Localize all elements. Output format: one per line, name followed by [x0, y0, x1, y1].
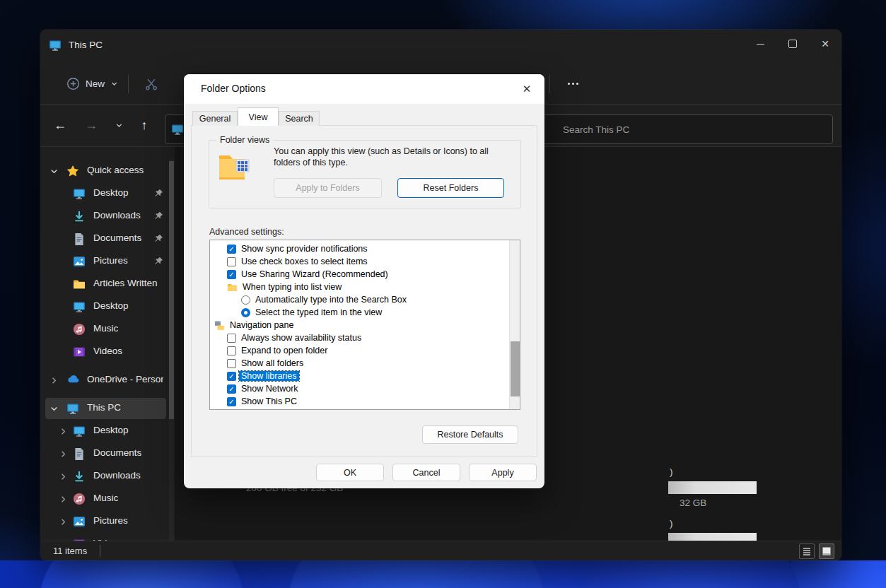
folder-options-dialog: Folder Options ✕ General View Search Fol… [184, 74, 544, 488]
setting-group-when-typing-into-list-view[interactable]: When typing into list view [210, 281, 509, 293]
thumbnail-view-button[interactable] [819, 543, 834, 559]
chevron-right-icon[interactable] [59, 449, 69, 459]
setting-group-navigation-pane[interactable]: Navigation pane [210, 319, 509, 331]
list-scrollbar[interactable] [509, 240, 520, 409]
sidebar-scrollbar[interactable] [169, 160, 174, 541]
apply-button[interactable]: Apply [469, 464, 537, 481]
sidebar-item-pictures[interactable]: Pictures [40, 250, 175, 273]
chevron-right-icon[interactable] [59, 471, 69, 481]
items-count: 11 items [53, 546, 87, 556]
setting-radio-automatically-type-into-the-search-box[interactable]: Automatically type into the Search Box [210, 293, 509, 306]
sidebar-item-downloads[interactable]: Downloads [40, 205, 175, 228]
setting-checkbox-show-libraries[interactable]: ✓Show libraries [210, 370, 509, 382]
tab-general[interactable]: General [192, 111, 238, 126]
desktop: This PC ✕ New ← → ↑ [0, 0, 886, 588]
setting-checkbox-always-show-availability-status[interactable]: Always show availability status [210, 331, 509, 344]
dialog-titlebar[interactable]: Folder Options ✕ [184, 74, 544, 104]
forward-button[interactable]: → [81, 114, 102, 136]
sidebar-item-music[interactable]: Music [40, 488, 175, 510]
reset-folders-button[interactable]: Reset Folders [397, 178, 504, 198]
sidebar-item-documents[interactable]: Documents [40, 442, 175, 465]
setting-checkbox-show-network[interactable]: ✓Show Network [210, 382, 509, 395]
videos-icon [73, 538, 86, 541]
tab-search[interactable]: Search [279, 111, 320, 126]
cut-button[interactable] [144, 76, 159, 92]
sidebar-item-videos[interactable]: Videos [40, 341, 175, 363]
folder-icon [227, 282, 238, 293]
setting-radio-select-the-typed-item-in-the-view[interactable]: Select the typed item in the view [210, 306, 509, 319]
sidebar-item-desktop[interactable]: Desktop [40, 182, 175, 205]
checkbox-icon[interactable]: ✓ [227, 372, 236, 381]
checkbox-icon[interactable] [227, 359, 236, 368]
dialog-close-button[interactable]: ✕ [516, 79, 537, 99]
setting-checkbox-use-check-boxes-to-select-items[interactable]: Use check boxes to select items [210, 255, 509, 268]
pin-icon [153, 211, 165, 222]
advanced-settings-list[interactable]: ✓Show sync provider notificationsUse che… [209, 240, 520, 410]
close-button[interactable]: ✕ [809, 30, 841, 58]
new-button[interactable]: New [58, 71, 127, 96]
ok-button[interactable]: OK [316, 464, 384, 481]
this-pc-icon [49, 39, 63, 53]
titlebar[interactable]: This PC ✕ [40, 30, 841, 62]
restore-defaults-button[interactable]: Restore Defaults [422, 425, 518, 444]
chevron-down-icon[interactable] [49, 404, 59, 413]
music-icon [73, 493, 86, 505]
sidebar-item-music[interactable]: Music [40, 318, 175, 341]
sidebar-item-onedrive-person[interactable]: OneDrive - Person [40, 369, 175, 392]
sidebar-item-articles-written[interactable]: Articles Written [40, 273, 175, 295]
checkbox-icon[interactable]: ✓ [227, 397, 236, 406]
pin-icon [153, 256, 165, 267]
up-button[interactable]: ↑ [134, 114, 155, 136]
details-view-button[interactable] [799, 543, 815, 559]
sidebar-item-quick-access[interactable]: Quick access [40, 160, 175, 182]
sidebar-item-documents[interactable]: Documents [40, 228, 175, 250]
sidebar-item-this-pc[interactable]: This PC [40, 397, 175, 420]
tab-view[interactable]: View [238, 107, 279, 126]
recent-locations-button[interactable] [108, 114, 129, 136]
checkbox-icon[interactable]: ✓ [227, 270, 236, 279]
radio-icon[interactable] [241, 295, 250, 305]
sidebar-item-desktop[interactable]: Desktop [40, 420, 175, 442]
downloads-icon [73, 210, 86, 223]
setting-checkbox-expand-to-open-folder[interactable]: Expand to open folder [210, 344, 509, 357]
checkbox-icon[interactable] [227, 346, 236, 355]
chevron-right-icon[interactable] [59, 517, 69, 527]
minimize-button[interactable] [744, 30, 776, 58]
scrollbar-thumb[interactable] [169, 161, 174, 419]
chevron-right-icon[interactable] [49, 375, 59, 385]
search-box[interactable] [516, 114, 833, 144]
pin-icon [153, 233, 165, 245]
chevron-right-icon[interactable] [59, 539, 69, 541]
radio-icon[interactable] [241, 308, 250, 317]
music-icon [73, 323, 86, 336]
search-input[interactable] [517, 115, 832, 143]
see-more-button[interactable] [561, 72, 585, 95]
downloads-icon [73, 470, 86, 483]
setting-checkbox-show-all-folders[interactable]: Show all folders [210, 357, 509, 370]
setting-checkbox-use-sharing-wizard-recommended[interactable]: ✓Use Sharing Wizard (Recommended) [210, 268, 509, 281]
pictures-icon [73, 255, 86, 268]
drive-free-fragment: 32 GB [680, 498, 706, 508]
sidebar-item-downloads[interactable]: Downloads [40, 465, 175, 488]
setting-checkbox-show-this-pc[interactable]: ✓Show This PC [210, 395, 509, 408]
setting-checkbox-show-sync-provider-notifications[interactable]: ✓Show sync provider notifications [210, 242, 509, 255]
checkbox-icon[interactable]: ✓ [227, 245, 236, 254]
chevron-right-icon[interactable] [59, 494, 69, 504]
scrollbar-thumb[interactable] [511, 341, 520, 396]
desktop-icon [73, 300, 86, 313]
cancel-button[interactable]: Cancel [392, 464, 460, 481]
checkbox-icon[interactable] [227, 257, 236, 266]
maximize-button[interactable] [776, 30, 809, 58]
checkbox-icon[interactable]: ✓ [227, 384, 236, 394]
apply-to-folders-button[interactable]: Apply to Folders [274, 178, 382, 198]
sidebar-item-videos[interactable]: Videos [40, 533, 175, 541]
sidebar-item-pictures[interactable]: Pictures [40, 510, 175, 533]
sidebar-item-desktop[interactable]: Desktop [40, 295, 175, 318]
checkbox-icon[interactable] [227, 334, 236, 343]
folder-icon [73, 278, 86, 290]
back-button[interactable]: ← [49, 114, 71, 136]
chevron-down-icon[interactable] [49, 166, 59, 176]
chevron-right-icon[interactable] [59, 426, 69, 436]
folder-views-icon [218, 151, 253, 182]
pictures-icon [73, 515, 86, 528]
